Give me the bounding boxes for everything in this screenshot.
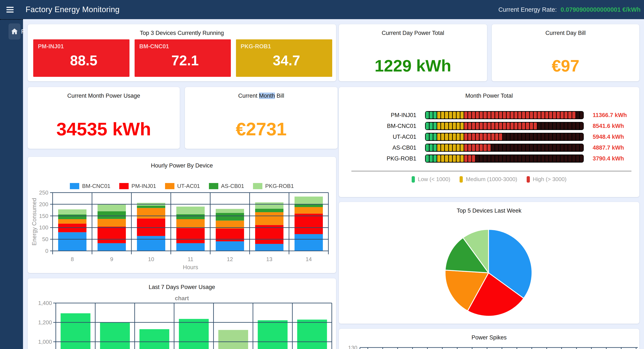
bar-segment-AS-CB01[interactable] xyxy=(98,211,126,219)
led-segment xyxy=(522,112,525,118)
led-segment xyxy=(484,123,486,129)
svg-text:12: 12 xyxy=(227,256,233,262)
led-legend: Low (< 1000)Medium (1000-3000)High (> 30… xyxy=(339,176,639,183)
led-segment xyxy=(449,133,452,140)
day-bar[interactable] xyxy=(258,320,288,349)
bar-segment-AS-CB01[interactable] xyxy=(294,205,323,207)
led-segment xyxy=(518,123,521,129)
led-segment xyxy=(488,155,491,162)
bar-segment-AS-CB01[interactable] xyxy=(255,209,284,212)
bar-segment-PM-INJ01[interactable] xyxy=(58,224,86,232)
bar-segment-BM-CNC01[interactable] xyxy=(216,241,244,251)
device-tile-name: PKG-ROB1 xyxy=(241,43,332,50)
led-segment xyxy=(580,123,583,129)
title-text: Current xyxy=(238,93,259,99)
led-segment xyxy=(514,133,518,140)
led-segment xyxy=(449,123,452,129)
day-bar[interactable] xyxy=(179,319,209,349)
home-button[interactable] xyxy=(8,23,20,39)
bar-segment-AS-CB01[interactable] xyxy=(137,206,165,208)
svg-text:Energy Consumed: Energy Consumed xyxy=(31,198,38,246)
bar-segment-UT-AC01[interactable] xyxy=(98,219,126,227)
bar-segment-BM-CNC01[interactable] xyxy=(294,234,323,251)
led-segment xyxy=(491,155,494,162)
card-title: Current Day Power Total xyxy=(339,30,487,36)
led-segment xyxy=(507,155,510,162)
menu-icon[interactable] xyxy=(6,7,14,12)
bar-segment-PKG-ROB1[interactable] xyxy=(58,209,86,215)
device-tile-value: 88.5 xyxy=(38,52,130,68)
led-segment xyxy=(430,144,433,151)
led-segment xyxy=(526,123,529,129)
bar-segment-BM-CNC01[interactable] xyxy=(176,243,205,251)
led-segment xyxy=(441,123,444,129)
legend-swatch xyxy=(527,176,530,183)
bar-segment-AS-CB01[interactable] xyxy=(58,215,86,219)
bar-segment-PM-INJ01[interactable] xyxy=(294,214,323,234)
bar-segment-BM-CNC01[interactable] xyxy=(255,244,284,251)
led-gauge-row: PM-INJ0111366.7 kWh xyxy=(339,111,639,119)
last7-chart-svg[interactable]: 1,4001,2001,000 xyxy=(28,278,336,349)
bar-segment-AS-CB01[interactable] xyxy=(176,214,205,219)
bar-segment-PKG-ROB1[interactable] xyxy=(98,205,126,211)
led-segment xyxy=(510,123,514,129)
led-segment xyxy=(534,112,537,118)
bar-segment-BM-CNC01[interactable] xyxy=(98,243,126,251)
led-segment xyxy=(549,123,552,129)
bar-segment-PKG-ROB1[interactable] xyxy=(294,197,323,205)
led-segment xyxy=(564,112,568,118)
bar-segment-PM-INJ01[interactable] xyxy=(176,228,205,243)
led-segment xyxy=(534,144,537,151)
led-segment xyxy=(576,123,579,129)
led-segment xyxy=(503,155,506,162)
pie-chart-svg[interactable] xyxy=(339,202,639,324)
bar-segment-PKG-ROB1[interactable] xyxy=(255,202,284,209)
legend-divider xyxy=(352,171,632,171)
spikes-chart-svg[interactable]: 130 xyxy=(339,329,639,349)
bar-segment-BM-CNC01[interactable] xyxy=(137,236,165,251)
led-segment xyxy=(530,112,533,118)
led-segment xyxy=(441,144,444,151)
led-segment xyxy=(468,155,471,162)
led-segment xyxy=(572,112,576,118)
led-segment xyxy=(560,133,564,140)
bar-segment-PM-INJ01[interactable] xyxy=(137,219,165,236)
led-segment xyxy=(495,133,498,140)
led-segment xyxy=(572,155,576,162)
bar-segment-PKG-ROB1[interactable] xyxy=(216,209,244,213)
bar-segment-PKG-ROB1[interactable] xyxy=(176,207,205,214)
bar-segment-PM-INJ01[interactable] xyxy=(98,227,126,243)
led-gauge-bar xyxy=(425,154,584,163)
led-segment xyxy=(434,155,436,162)
led-segment xyxy=(526,133,529,140)
bar-segment-UT-AC01[interactable] xyxy=(176,219,205,228)
bar-segment-AS-CB01[interactable] xyxy=(216,213,244,220)
bar-segment-UT-AC01[interactable] xyxy=(255,212,284,225)
day-bar[interactable] xyxy=(61,313,90,349)
bar-segment-UT-AC01[interactable] xyxy=(137,208,165,218)
legend-label: High (> 3000) xyxy=(533,176,566,183)
led-segment xyxy=(456,133,460,140)
bar-segment-UT-AC01[interactable] xyxy=(58,219,86,224)
day-bar[interactable] xyxy=(297,320,327,349)
led-segment xyxy=(545,155,548,162)
day-bar[interactable] xyxy=(140,329,169,349)
device-tile: PM-INJ0188.5 xyxy=(33,39,130,77)
device-tile-name: PM-INJ01 xyxy=(38,43,130,50)
led-segment xyxy=(480,112,483,118)
led-gauge-row: UT-AC015948.4 kWh xyxy=(339,133,639,141)
day-bar[interactable] xyxy=(218,330,248,349)
led-segment xyxy=(445,112,448,118)
led-segment xyxy=(557,112,560,118)
hourly-chart-svg[interactable]: 050100150200250891011121314HoursEnergy C… xyxy=(28,157,336,273)
led-segment xyxy=(580,133,583,140)
led-segment xyxy=(545,133,548,140)
led-segment xyxy=(538,144,541,151)
led-segment xyxy=(557,133,560,140)
day-bar[interactable] xyxy=(100,323,130,349)
led-segment xyxy=(510,155,514,162)
bar-segment-UT-AC01[interactable] xyxy=(294,207,323,214)
led-segment xyxy=(580,144,583,151)
bar-segment-BM-CNC01[interactable] xyxy=(58,232,86,251)
led-segment xyxy=(434,133,436,140)
